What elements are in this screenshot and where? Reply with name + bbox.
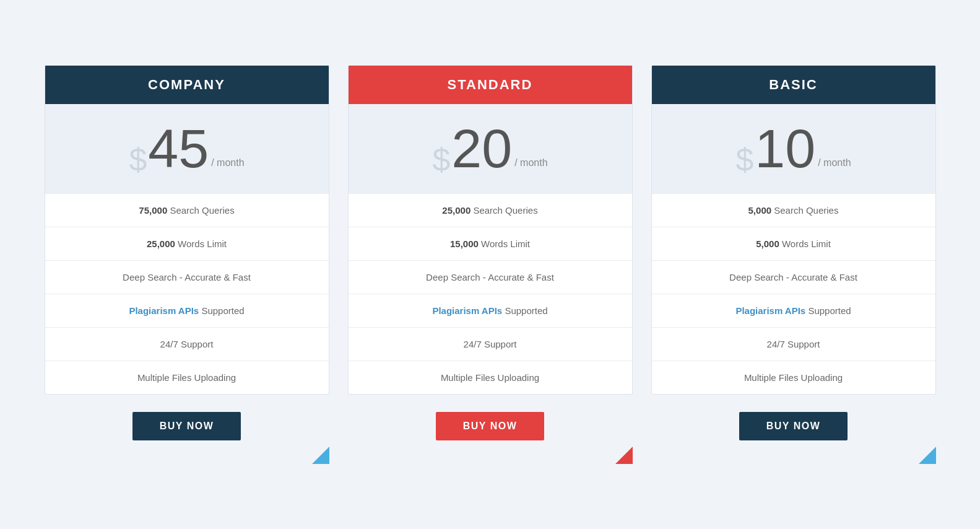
feature-item: Deep Search - Accurate & Fast [652, 260, 935, 294]
price-amount: 20 [451, 121, 512, 176]
plagiarism-api-link[interactable]: Plagiarism APIs [432, 305, 502, 316]
card-inner: COMPANY $ 45 / month 75,000 Search Queri… [45, 65, 329, 395]
price-amount: 10 [755, 121, 815, 176]
buy-now-section: BUY NOW [45, 412, 329, 464]
pricing-card-company: COMPANY $ 45 / month 75,000 Search Queri… [45, 65, 329, 464]
feature-item: Plagiarism APIs Supported [349, 294, 632, 327]
corner-triangle-icon [312, 447, 329, 464]
price-display: $ 45 / month [58, 121, 316, 176]
feature-item: Multiple Files Uploading [45, 361, 329, 394]
price-dollar-sign: $ [129, 144, 147, 176]
feature-item: 25,000 Search Queries [349, 193, 632, 227]
buy-now-section: BUY NOW [651, 412, 936, 464]
feature-item: 24/7 Support [652, 327, 935, 361]
price-section: $ 20 / month [349, 104, 632, 193]
price-section: $ 10 / month [652, 104, 935, 193]
plagiarism-api-link[interactable]: Plagiarism APIs [129, 305, 199, 316]
feature-item: Plagiarism APIs Supported [45, 294, 329, 327]
buy-now-button[interactable]: BUY NOW [739, 412, 848, 440]
card-header: BASIC [652, 66, 935, 104]
buy-now-section: BUY NOW [348, 412, 633, 464]
price-section: $ 45 / month [45, 104, 329, 193]
buy-now-button[interactable]: BUY NOW [436, 412, 545, 440]
feature-item: Multiple Files Uploading [652, 361, 935, 394]
card-inner: STANDARD $ 20 / month 25,000 Search Quer… [348, 65, 633, 395]
corner-triangle-icon [615, 447, 633, 464]
feature-item: Deep Search - Accurate & Fast [349, 260, 632, 294]
feature-item: 24/7 Support [349, 327, 632, 361]
feature-bold: 5,000 [748, 205, 772, 216]
plagiarism-api-link[interactable]: Plagiarism APIs [735, 305, 805, 316]
pricing-container: COMPANY $ 45 / month 75,000 Search Queri… [26, 65, 955, 464]
price-amount: 45 [148, 121, 209, 176]
feature-bold: 25,000 [147, 238, 175, 249]
feature-item: 25,000 Words Limit [45, 227, 329, 260]
price-display: $ 20 / month [361, 121, 620, 176]
feature-bold: 5,000 [756, 238, 779, 249]
plan-title: COMPANY [148, 77, 225, 92]
card-header: STANDARD [349, 66, 632, 104]
price-period: / month [514, 157, 547, 168]
price-dollar-sign: $ [432, 144, 450, 176]
plan-title: BASIC [769, 77, 817, 92]
price-period: / month [818, 157, 851, 168]
price-period: / month [211, 157, 244, 168]
feature-item: 75,000 Search Queries [45, 193, 329, 227]
feature-bold: 75,000 [139, 205, 167, 216]
price-display: $ 10 / month [664, 121, 923, 176]
plan-title: STANDARD [448, 77, 533, 92]
feature-item: 5,000 Search Queries [652, 193, 935, 227]
card-inner: BASIC $ 10 / month 5,000 Search Queries [651, 65, 936, 395]
feature-bold: 15,000 [450, 238, 479, 249]
feature-item: Plagiarism APIs Supported [652, 294, 935, 327]
pricing-card-standard: STANDARD $ 20 / month 25,000 Search Quer… [348, 65, 633, 464]
buy-now-button[interactable]: BUY NOW [132, 412, 241, 440]
features-list: 5,000 Search Queries 5,000 Words Limit D… [652, 193, 935, 394]
features-list: 25,000 Search Queries 15,000 Words Limit… [349, 193, 632, 394]
feature-item: Multiple Files Uploading [349, 361, 632, 394]
pricing-card-basic: BASIC $ 10 / month 5,000 Search Queries [651, 65, 936, 464]
features-list: 75,000 Search Queries 25,000 Words Limit… [45, 193, 329, 394]
feature-item: 24/7 Support [45, 327, 329, 361]
feature-bold: 25,000 [442, 205, 470, 216]
price-dollar-sign: $ [735, 144, 753, 176]
card-header: COMPANY [45, 66, 329, 104]
feature-item: 15,000 Words Limit [349, 227, 632, 260]
corner-triangle-icon [919, 447, 936, 464]
feature-item: Deep Search - Accurate & Fast [45, 260, 329, 294]
feature-item: 5,000 Words Limit [652, 227, 935, 260]
